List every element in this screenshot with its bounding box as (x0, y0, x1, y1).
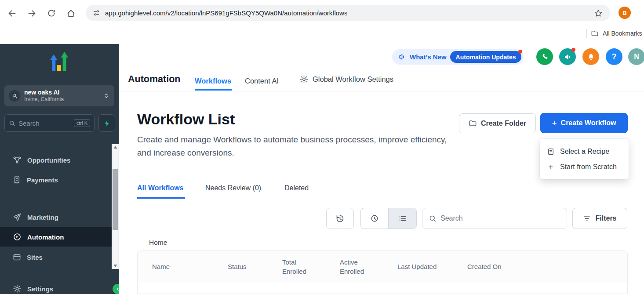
sidebar-item-marketing[interactable]: Marketing (0, 207, 112, 227)
phone-button[interactable] (536, 48, 553, 65)
sidebar-scrollbar[interactable] (112, 144, 119, 269)
tab-content-ai[interactable]: Content AI (245, 77, 279, 85)
main-content: What's New Automation Updates ? N Automa… (119, 44, 644, 294)
sidebar-item-label: Sites (27, 254, 43, 261)
sidebar-item-label: Payments (27, 176, 58, 184)
list-view-button[interactable] (388, 208, 416, 229)
scrollbar-thumb[interactable] (113, 169, 118, 230)
gohighlevel-logo (47, 49, 72, 76)
view-toggle-group (360, 208, 417, 229)
chevron-up-down-icon (103, 92, 110, 99)
sidebar-item-opportunities[interactable]: Opportunities (0, 150, 112, 170)
clock-icon (370, 214, 379, 223)
create-folder-button[interactable]: Create Folder (459, 113, 536, 133)
marketing-icon (13, 213, 22, 221)
scroll-up-arrow-icon[interactable] (112, 144, 119, 150)
browser-refresh-button[interactable] (45, 7, 58, 20)
sidebar-item-automation[interactable]: Automation (0, 227, 112, 247)
active-tab-underline (137, 197, 185, 199)
workflow-list-title: Workflow List (137, 111, 235, 128)
home-icon (66, 9, 76, 18)
help-label: ? (612, 52, 617, 62)
sidebar-item-label: Settings (27, 285, 53, 293)
phone-icon (541, 53, 549, 61)
gear-icon (299, 75, 309, 84)
browser-forward-button[interactable] (25, 7, 38, 20)
help-button[interactable]: ? (606, 48, 622, 65)
scroll-down-arrow-icon[interactable] (112, 263, 119, 269)
bolt-icon (103, 120, 111, 127)
filters-button[interactable]: Filters (572, 208, 627, 229)
automation-icon (13, 232, 22, 241)
folder-icon (469, 119, 477, 127)
sidebar-search-row: ctrl K (4, 114, 115, 132)
bell-icon (587, 53, 595, 61)
column-header-active-enrolled[interactable]: Active Enrolled (340, 251, 375, 282)
opportunities-icon (13, 156, 22, 164)
page-section-title: Automation (128, 74, 180, 85)
create-workflow-label: Create Workflow (561, 119, 616, 127)
location-switcher[interactable]: new oaks AI Irvine, California (4, 85, 114, 106)
bookmark-star-icon[interactable] (592, 7, 605, 20)
header-bottom-divider (119, 91, 644, 91)
history-icon (335, 214, 345, 223)
workflow-list-description: Create and manage Workflows to automate … (137, 133, 449, 159)
quick-actions-button[interactable] (98, 114, 115, 132)
sidebar-collapse-button[interactable] (113, 284, 119, 294)
history-button[interactable] (326, 208, 354, 229)
column-header-status[interactable]: Status (228, 251, 267, 282)
breadcrumb[interactable]: Home (149, 239, 167, 247)
global-workflow-settings-link[interactable]: Global Workflow Settings (299, 75, 393, 84)
plus-icon: + (552, 119, 557, 127)
whats-new-pill[interactable]: What's New Automation Updates (392, 49, 524, 65)
forward-arrow-icon (27, 9, 36, 18)
tab-all-workflows[interactable]: All Workflows (137, 184, 184, 192)
avatar-initial: N (634, 53, 639, 61)
global-workflow-settings-label: Global Workflow Settings (313, 75, 393, 83)
browser-chrome: app.gohighlevel.com/v2/location/lnPS691g… (0, 0, 644, 44)
tab-workflows[interactable]: Workflows (195, 77, 231, 85)
menu-item-label: Select a Recipe (560, 148, 609, 156)
workflow-search-box[interactable] (422, 208, 567, 229)
browser-back-button[interactable] (5, 7, 18, 20)
bookmarks-bar: All Bookmarks (586, 28, 642, 39)
user-avatar[interactable]: N (628, 48, 644, 65)
tab-deleted[interactable]: Deleted (284, 184, 309, 192)
bookmarks-divider (586, 29, 587, 38)
menu-item-start-from-scratch[interactable]: + Start from Scratch (540, 159, 629, 174)
sidebar-search[interactable]: ctrl K (4, 114, 95, 132)
announcements-button[interactable] (559, 48, 576, 65)
sidebar-search-input[interactable] (18, 120, 71, 127)
all-bookmarks-label[interactable]: All Bookmarks (603, 30, 642, 37)
browser-address-bar[interactable]: app.gohighlevel.com/v2/location/lnPS691g… (86, 5, 610, 21)
create-workflow-button[interactable]: + Create Workflow (540, 113, 628, 133)
column-header-total-enrolled[interactable]: Total Enrolled (282, 251, 316, 282)
menu-item-label: Start from Scratch (560, 163, 617, 171)
create-folder-label: Create Folder (481, 120, 526, 127)
automation-updates-badge[interactable]: Automation Updates (450, 51, 522, 63)
notifications-button[interactable] (582, 48, 599, 65)
browser-home-button[interactable] (64, 7, 77, 20)
browser-profile-avatar[interactable]: B (619, 7, 631, 19)
whats-new-label: What's New (410, 53, 447, 61)
search-shortcut-badge: ctrl K (74, 119, 90, 127)
site-info-icon[interactable] (93, 9, 100, 17)
sidebar-item-payments[interactable]: Payments (0, 170, 112, 189)
list-icon (398, 214, 407, 223)
workflow-search-input[interactable] (440, 214, 560, 222)
tab-needs-review[interactable]: Needs Review (0) (205, 184, 261, 192)
active-tab-underline (195, 89, 232, 91)
header-divider (290, 75, 290, 87)
gear-icon (13, 284, 22, 293)
column-header-last-updated[interactable]: Last Updated (397, 251, 455, 282)
sidebar-item-sites[interactable]: Sites (0, 247, 112, 267)
menu-item-select-recipe[interactable]: Select a Recipe (540, 144, 629, 159)
filter-icon (583, 214, 591, 222)
search-icon (429, 214, 437, 222)
column-header-created-on[interactable]: Created On (467, 251, 524, 282)
column-header-name[interactable]: Name (152, 251, 214, 282)
location-name: new oaks AI (24, 89, 64, 96)
timeline-view-button[interactable] (361, 208, 388, 229)
sidebar-item-settings[interactable]: Settings (0, 279, 112, 294)
back-arrow-icon (7, 9, 17, 18)
